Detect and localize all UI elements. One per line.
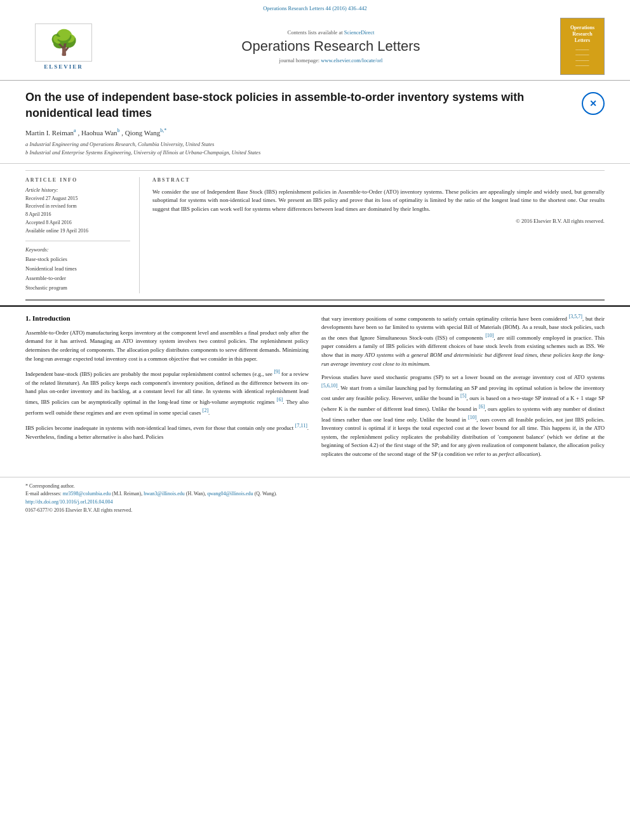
article-info-panel: ARTICLE INFO Article history: Received 2… [25, 177, 140, 293]
journal-banner: 🌳 ELSEVIER Contents lists available at S… [25, 15, 605, 80]
left-column: 1. Introduction Assemble-to-Order (ATO) … [25, 313, 309, 464]
ref-6b[interactable]: [6] [479, 404, 485, 410]
revised-date: 8 April 2016 [25, 211, 130, 219]
page: Operations Research Letters 44 (2016) 43… [0, 0, 630, 840]
science-direct-line: Contents lists available at ScienceDirec… [114, 29, 547, 36]
author2-name: , Haohua Wan [77, 129, 117, 137]
author3-name: , Qiong Wang [121, 129, 160, 137]
journal-center: Contents lists available at ScienceDirec… [102, 29, 560, 63]
title-row: On the use of independent base-stock pol… [25, 90, 605, 121]
ref-357[interactable]: [3,5,7] [569, 314, 582, 319]
article-dates: Received 27 August 2015 Received in revi… [25, 195, 130, 236]
email2-author: (H. Wan), [186, 491, 206, 497]
email1-link[interactable]: mr3598@columbia.edu [63, 491, 111, 497]
author2-sup[interactable]: b [117, 128, 120, 133]
main-content: 1. Introduction Assemble-to-Order (ATO) … [0, 305, 630, 470]
article-header: On the use of independent base-stock pol… [0, 81, 630, 164]
revised-label: Received in revised form [25, 203, 130, 211]
right-para1: that vary inventory positions of some co… [321, 313, 605, 369]
journal-cover-title: OperationsResearchLetters [570, 25, 594, 44]
article-body: ARTICLE INFO Article history: Received 2… [0, 164, 630, 300]
keywords-label: Keywords: [25, 246, 130, 253]
email3-link[interactable]: qwang04@illinois.edu [207, 491, 253, 497]
info-abstract-block: ARTICLE INFO Article history: Received 2… [25, 170, 605, 293]
abstract-title: ABSTRACT [152, 177, 605, 183]
journal-title: Operations Research Letters [114, 38, 547, 55]
article-history-label: Article history: [25, 187, 130, 193]
available-date: Available online 19 April 2016 [25, 227, 130, 236]
ref-5610[interactable]: [5,6,10] [321, 383, 337, 389]
section-divider [25, 300, 605, 300]
author3-sup[interactable]: b,* [160, 128, 166, 133]
intro-para1: Assemble-to-Order (ATO) manufacturing ke… [25, 329, 309, 364]
doi-link[interactable]: http://dx.doi.org/10.1016/j.orl.2016.04.… [25, 499, 112, 505]
doi-line: http://dx.doi.org/10.1016/j.orl.2016.04.… [25, 498, 605, 507]
elsevier-label: ELSEVIER [44, 63, 83, 70]
keyword-2: Nonidentical lead times [25, 264, 130, 274]
two-column-layout: 1. Introduction Assemble-to-Order (ATO) … [25, 313, 605, 464]
email-label: E-mail addresses: [25, 491, 62, 497]
keyword-list: Base-stock policies Nonidentical lead ti… [25, 255, 130, 293]
affiliations: a Industrial Engineering and Operations … [25, 140, 605, 157]
email3-author: (Q. Wang). [255, 491, 277, 497]
crossmark-icon: ✕ [589, 98, 597, 109]
italic-text2: perfect allocation [499, 451, 538, 457]
ref-10b[interactable]: [10] [468, 415, 476, 420]
intro-para3: IBS policies become inadequate in system… [25, 422, 309, 441]
ref-9[interactable]: [9] [274, 369, 279, 375]
author1-name: Martin I. Reiman [25, 129, 74, 137]
section1-heading: 1. Introduction [25, 313, 309, 324]
science-direct-link[interactable]: ScienceDirect [344, 29, 375, 36]
ref-2[interactable]: [2] [203, 408, 208, 413]
authors-line: Martin I. Reimana , Haohua Wanb , Qiong … [25, 128, 605, 137]
author1-sup[interactable]: a [74, 128, 76, 133]
italic-text1: many ATO systems with a general BOM and … [321, 352, 605, 367]
intro-para2: Independent base-stock (IBS) policies ar… [25, 368, 309, 417]
keyword-4: Stochastic program [25, 283, 130, 293]
affiliation-b: b Industrial and Enterprise Systems Engi… [25, 149, 605, 157]
crossmark-badge[interactable]: ✕ [582, 92, 605, 115]
journal-header: Operations Research Letters 44 (2016) 43… [0, 0, 630, 81]
journal-homepage-link[interactable]: www.elsevier.com/locate/orl [321, 57, 382, 63]
affiliation-a: a Industrial Engineering and Operations … [25, 140, 605, 149]
accepted-date: Accepted 8 April 2016 [25, 219, 130, 227]
corresponding-note: * Corresponding author. [25, 483, 605, 491]
elsevier-logo: 🌳 ELSEVIER [25, 23, 102, 70]
journal-citation-link[interactable]: Operations Research Letters 44 (2016) 43… [263, 5, 367, 11]
elsevier-logo-box: 🌳 [35, 23, 92, 62]
journal-citation-line: Operations Research Letters 44 (2016) 43… [25, 5, 605, 11]
right-para2: Previous studies have used stochastic pr… [321, 373, 605, 458]
ref-10a[interactable]: [10] [485, 333, 493, 338]
ref-6a[interactable]: [6] [277, 397, 283, 403]
keyword-1: Base-stock policies [25, 255, 130, 264]
right-column: that vary inventory positions of some co… [321, 313, 605, 464]
article-title: On the use of independent base-stock pol… [25, 90, 569, 121]
abstract-text: We consider the use of Independent Base … [152, 188, 605, 215]
email-line: E-mail addresses: mr3598@columbia.edu (M… [25, 490, 605, 498]
issn-line: 0167-6377/© 2016 Elsevier B.V. All right… [25, 507, 605, 515]
info-divider [25, 241, 130, 241]
ref-5b[interactable]: [5] [460, 393, 466, 399]
keyword-3: Assemble-to-order [25, 274, 130, 283]
email2-link[interactable]: hwan3@illinois.edu [144, 491, 184, 497]
journal-cover-lines: ──────────────────── [575, 47, 589, 69]
journal-homepage: journal homepage: www.elsevier.com/locat… [114, 57, 547, 63]
abstract-copyright: © 2016 Elsevier B.V. All rights reserved… [152, 218, 605, 224]
received-date: Received 27 August 2015 [25, 195, 130, 203]
abstract-panel: ABSTRACT We consider the use of Independ… [152, 177, 605, 293]
footer: * Corresponding author. E-mail addresses… [0, 477, 630, 519]
article-info-title: ARTICLE INFO [25, 177, 130, 183]
email1-author: (M.I. Reiman), [112, 491, 142, 497]
journal-cover-image: OperationsResearchLetters ──────────────… [560, 18, 605, 75]
ref-711[interactable]: [7,11] [295, 423, 307, 429]
